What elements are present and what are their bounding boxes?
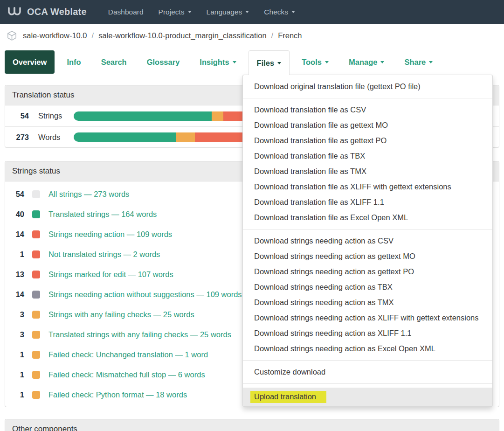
navbar-menu: DashboardProjectsLanguagesChecks <box>101 0 303 24</box>
string-count: 13 <box>12 270 24 279</box>
menu-item-download-strings-needing-action-as-tmx[interactable]: Download strings needing action as TMX <box>243 295 492 310</box>
strings-link-all-strings[interactable]: All strings — 273 words <box>48 190 129 199</box>
menu-item-download-strings-needing-action-as-gettext-mo[interactable]: Download strings needing action as gette… <box>243 249 492 264</box>
caret-down-icon <box>429 61 433 63</box>
tab-tools[interactable]: Tools <box>294 50 337 74</box>
menu-item-download-translation-file-as-gettext-po[interactable]: Download translation file as gettext PO <box>243 133 492 148</box>
status-square-orange <box>32 371 40 379</box>
menu-item-download-translation-file-as-xliff-1-1[interactable]: Download translation file as XLIFF 1.1 <box>243 195 492 210</box>
strings-link-strings-with-any-failing-checks[interactable]: Strings with any failing checks — 25 wor… <box>48 310 194 319</box>
string-count: 3 <box>12 310 24 319</box>
caret-down-icon <box>380 61 384 63</box>
tab-insights[interactable]: Insights <box>192 50 244 74</box>
words-progress-bar[interactable] <box>74 132 260 142</box>
progress-segment-orange <box>212 111 223 121</box>
menu-divider <box>243 383 492 384</box>
breadcrumb-separator: / <box>92 31 94 40</box>
status-square-slate <box>32 291 40 299</box>
menu-item-download-strings-needing-action-as-xliff-1-1[interactable]: Download strings needing action as XLIFF… <box>243 326 492 341</box>
strings-link-strings-marked-for-edit[interactable]: Strings marked for edit — 107 words <box>48 270 173 279</box>
strings-link-failed-check-mismatched-full-stop[interactable]: Failed check: Mismatched full stop — 6 w… <box>48 370 205 379</box>
menu-item-download-translation-file-as-tbx[interactable]: Download translation file as TBX <box>243 148 492 164</box>
string-count: 14 <box>12 290 24 299</box>
menu-item-upload-translation[interactable]: Upload translation <box>243 388 492 406</box>
menu-item-download-strings-needing-action-as-csv[interactable]: Download strings needing action as CSV <box>243 233 492 249</box>
strings-link-failed-check-python-format[interactable]: Failed check: Python format — 18 words <box>48 390 187 399</box>
menu-item-download-original-translation-file-gettext-po-file[interactable]: Download original translation file (gett… <box>243 79 492 94</box>
strings-link-strings-needing-action[interactable]: Strings needing action — 109 words <box>48 230 172 239</box>
string-count: 54 <box>12 190 24 199</box>
strings-link-strings-needing-action-without-suggestions[interactable]: Strings needing action without suggestio… <box>48 290 242 299</box>
caret-down-icon <box>325 61 329 63</box>
strings-progress-bar[interactable] <box>74 111 260 121</box>
strings-link-failed-check-unchanged-translation[interactable]: Failed check: Unchanged translation — 1 … <box>48 350 208 359</box>
nav-item-checks[interactable]: Checks <box>256 0 303 24</box>
status-square-orange <box>32 391 40 399</box>
progress-segment-orange <box>176 132 195 142</box>
tab-info[interactable]: Info <box>59 50 89 74</box>
nav-item-projects[interactable]: Projects <box>151 0 199 24</box>
menu-item-download-strings-needing-action-as-gettext-po[interactable]: Download strings needing action as gette… <box>243 264 492 279</box>
status-square-light_gray <box>32 190 40 198</box>
caret-down-icon <box>233 61 236 63</box>
string-count: 40 <box>12 210 24 219</box>
breadcrumb: sale-workflow-10.0 / sale-workflow-10.0-… <box>5 27 302 44</box>
strings-link-not-translated-strings[interactable]: Not translated strings — 2 words <box>48 250 160 259</box>
other-components-title: Other components <box>5 419 499 431</box>
brand-title: OCA Weblate <box>27 7 87 17</box>
status-square-orange <box>32 331 40 339</box>
caret-down-icon <box>188 11 192 13</box>
caret-down-icon <box>245 11 249 13</box>
menu-item-download-translation-file-as-csv[interactable]: Download translation file as CSV <box>243 102 492 118</box>
tab-overview[interactable]: Overview <box>5 50 55 74</box>
tab-files[interactable]: Files <box>249 50 290 75</box>
string-count: 3 <box>12 330 24 339</box>
strings-link-translated-strings[interactable]: Translated strings — 164 words <box>48 210 157 219</box>
files-dropdown-menu: Download original translation file (gett… <box>242 75 493 407</box>
other-components-panel: Other components <box>5 419 499 431</box>
status-square-orange <box>32 311 40 319</box>
string-count: 1 <box>12 350 24 359</box>
status-square-green <box>32 210 40 218</box>
menu-item-download-strings-needing-action-as-tbx[interactable]: Download strings needing action as TBX <box>243 279 492 295</box>
strings-link-translated-strings-with-any-failing-checks[interactable]: Translated strings with any failing chec… <box>48 330 231 339</box>
words-count: 273 <box>12 133 29 142</box>
caret-down-icon <box>291 11 295 13</box>
nav-item-languages[interactable]: Languages <box>199 0 257 24</box>
menu-item-customize-download[interactable]: Customize download <box>243 364 492 380</box>
menu-item-download-strings-needing-action-as-excel-open-xml[interactable]: Download strings needing action as Excel… <box>243 341 492 356</box>
status-square-red <box>32 230 40 238</box>
menu-divider <box>243 360 492 361</box>
words-label: Words <box>38 133 67 142</box>
breadcrumb-project-link[interactable]: sale-workflow-10.0 <box>23 31 87 40</box>
menu-item-download-translation-file-as-tmx[interactable]: Download translation file as TMX <box>243 164 492 179</box>
status-square-red <box>32 250 40 258</box>
menu-item-download-translation-file-as-gettext-mo[interactable]: Download translation file as gettext MO <box>243 118 492 133</box>
menu-item-download-translation-file-as-xliff-with-gettext-extensions[interactable]: Download translation file as XLIFF with … <box>243 179 492 195</box>
strings-count: 54 <box>12 111 29 120</box>
status-square-red <box>32 271 40 278</box>
package-icon <box>7 30 17 41</box>
breadcrumb-language: French <box>278 31 302 40</box>
breadcrumb-separator: / <box>271 31 274 40</box>
string-count: 1 <box>12 370 24 379</box>
weblate-brand[interactable]: OCA Weblate <box>7 6 87 18</box>
tab-manage[interactable]: Manage <box>341 50 392 74</box>
menu-item-download-translation-file-as-excel-open-xml[interactable]: Download translation file as Excel Open … <box>243 210 492 225</box>
string-count: 1 <box>12 250 24 259</box>
menu-divider <box>243 98 492 98</box>
string-count: 1 <box>12 390 24 399</box>
nav-item-dashboard[interactable]: Dashboard <box>101 0 151 24</box>
breadcrumb-component-link[interactable]: sale-workflow-10.0-product_margin_classi… <box>98 31 266 40</box>
tab-share[interactable]: Share <box>396 50 441 74</box>
menu-divider <box>243 229 492 229</box>
tab-glossary[interactable]: Glossary <box>139 50 188 74</box>
top-navbar: OCA Weblate DashboardProjectsLanguagesCh… <box>0 0 504 24</box>
progress-segment-green <box>74 132 176 142</box>
caret-down-icon <box>277 62 281 64</box>
string-count: 14 <box>12 230 24 239</box>
tab-search[interactable]: Search <box>93 50 135 74</box>
strings-label: Strings <box>38 111 67 120</box>
menu-item-download-strings-needing-action-as-xliff-with-gettext-extensions[interactable]: Download strings needing action as XLIFF… <box>243 310 492 326</box>
weblate-page: OCA Weblate DashboardProjectsLanguagesCh… <box>0 0 504 431</box>
